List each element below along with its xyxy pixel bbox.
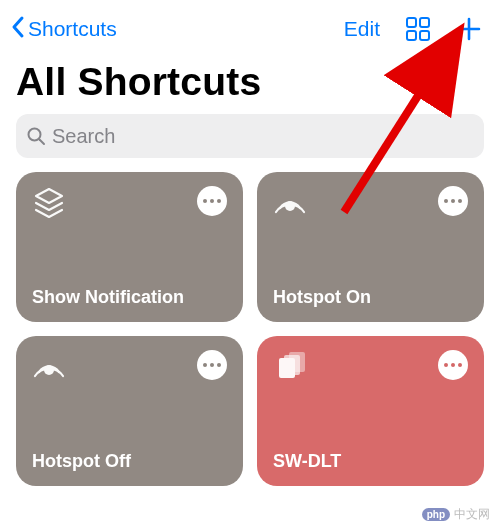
svg-rect-1: [420, 18, 429, 27]
svg-rect-3: [420, 31, 429, 40]
nav-actions: Edit: [344, 15, 482, 43]
svg-rect-0: [407, 18, 416, 27]
cards-icon: [273, 350, 307, 388]
search-bar[interactable]: [16, 114, 484, 158]
tile-label: Hotspot On: [273, 287, 468, 308]
svg-rect-9: [289, 352, 305, 372]
back-label: Shortcuts: [28, 17, 117, 41]
shortcut-tile[interactable]: Show Notification: [16, 172, 243, 322]
hotspot-icon: [32, 350, 66, 388]
layers-icon: [32, 186, 66, 224]
tile-label: SW-DLT: [273, 451, 468, 472]
watermark: php 中文网: [422, 506, 490, 523]
edit-button[interactable]: Edit: [344, 17, 380, 41]
search-input[interactable]: [52, 125, 474, 148]
shortcuts-grid: Show Notification Hotspot On Hotspot Off…: [0, 172, 500, 502]
svg-rect-2: [407, 31, 416, 40]
shortcut-tile[interactable]: Hotspot Off: [16, 336, 243, 486]
tile-label: Hotspot Off: [32, 451, 227, 472]
hotspot-icon: [273, 186, 307, 224]
watermark-logo: php: [422, 508, 450, 521]
nav-bar: Shortcuts Edit: [0, 0, 500, 52]
tile-menu-button[interactable]: [438, 350, 468, 380]
watermark-text: 中文网: [454, 506, 490, 523]
tile-menu-button[interactable]: [438, 186, 468, 216]
svg-point-4: [29, 129, 41, 141]
page-title: All Shortcuts: [0, 52, 500, 114]
grid-icon: [404, 15, 432, 43]
shortcut-tile[interactable]: Hotspot On: [257, 172, 484, 322]
tile-menu-button[interactable]: [197, 186, 227, 216]
plus-icon: [456, 16, 482, 42]
search-icon: [26, 126, 46, 146]
tile-label: Show Notification: [32, 287, 227, 308]
tile-menu-button[interactable]: [197, 350, 227, 380]
chevron-left-icon: [10, 15, 26, 44]
grid-view-button[interactable]: [404, 15, 432, 43]
add-shortcut-button[interactable]: [456, 16, 482, 42]
shortcut-tile[interactable]: SW-DLT: [257, 336, 484, 486]
back-button[interactable]: Shortcuts: [10, 15, 117, 44]
